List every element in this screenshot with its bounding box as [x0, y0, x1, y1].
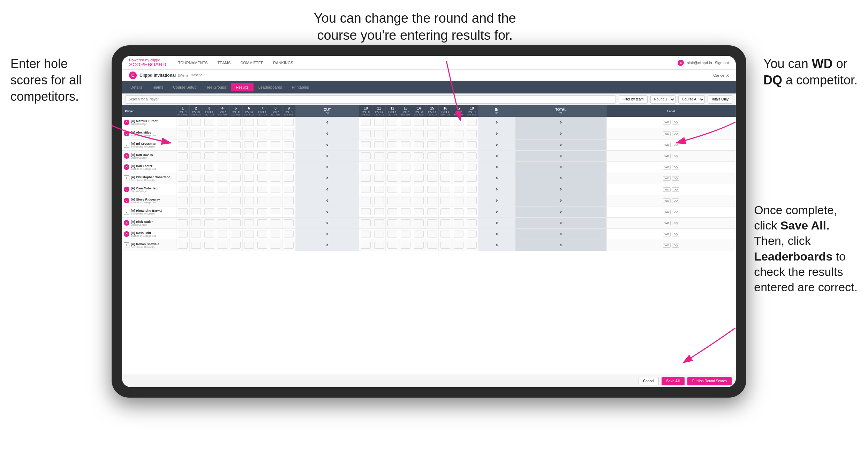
hole-score-input[interactable]	[204, 130, 214, 137]
hole-score-input[interactable]	[191, 130, 201, 137]
hole-score-input[interactable]	[204, 119, 214, 126]
hole-score-input[interactable]	[231, 175, 241, 182]
sign-out-link[interactable]: Sign out	[715, 61, 729, 65]
hole-score-input[interactable]	[257, 231, 267, 238]
wd-button[interactable]: WD	[663, 154, 670, 158]
hole-score-input[interactable]	[218, 219, 227, 226]
hole-score-input[interactable]	[178, 119, 188, 126]
hole-score-input[interactable]	[244, 231, 254, 238]
wd-button[interactable]: WD	[663, 221, 670, 225]
hole-score-input[interactable]	[467, 141, 477, 148]
hole-score-input[interactable]	[257, 197, 267, 204]
course-select[interactable]: Course A	[678, 95, 705, 104]
hole-score-input[interactable]	[204, 242, 214, 249]
hole-score-input[interactable]	[178, 186, 188, 193]
hole-score-input[interactable]	[244, 141, 254, 148]
nav-tournaments[interactable]: TOURNAMENTS	[177, 60, 209, 66]
hole-score-input[interactable]	[414, 186, 424, 193]
hole-score-input[interactable]	[374, 119, 384, 126]
hole-score-input[interactable]	[218, 141, 227, 148]
hole-score-input[interactable]	[231, 152, 241, 159]
hole-score-input[interactable]	[271, 130, 280, 137]
hole-score-input[interactable]	[454, 130, 463, 137]
hole-score-input[interactable]	[284, 141, 294, 148]
hole-score-input[interactable]	[284, 197, 294, 204]
hole-score-input[interactable]	[244, 197, 254, 204]
hole-score-input[interactable]	[427, 141, 437, 148]
hole-score-input[interactable]	[204, 197, 214, 204]
hole-score-input[interactable]	[257, 175, 267, 182]
hole-score-input[interactable]	[271, 231, 280, 238]
hole-score-input[interactable]	[178, 164, 188, 171]
hole-score-input[interactable]	[427, 231, 437, 238]
search-input[interactable]	[126, 95, 616, 104]
hole-score-input[interactable]	[271, 141, 280, 148]
hole-score-input[interactable]	[361, 119, 371, 126]
dq-button[interactable]: DQ	[672, 176, 679, 181]
nav-rankings[interactable]: RANKINGS	[272, 60, 294, 66]
hole-score-input[interactable]	[231, 119, 241, 126]
hole-score-input[interactable]	[467, 219, 477, 226]
hole-score-input[interactable]	[387, 119, 397, 126]
hole-score-input[interactable]	[387, 208, 397, 215]
tab-teams[interactable]: Teams	[147, 83, 168, 91]
hole-score-input[interactable]	[454, 175, 463, 182]
hole-score-input[interactable]	[271, 197, 280, 204]
hole-score-input[interactable]	[401, 130, 410, 137]
hole-score-input[interactable]	[374, 219, 384, 226]
hole-score-input[interactable]	[244, 219, 254, 226]
hole-score-input[interactable]	[374, 186, 384, 193]
hole-score-input[interactable]	[387, 197, 397, 204]
wd-button[interactable]: WD	[663, 232, 670, 236]
wd-button[interactable]: WD	[663, 143, 670, 147]
hole-score-input[interactable]	[231, 242, 241, 249]
dq-button[interactable]: DQ	[672, 131, 679, 136]
hole-score-input[interactable]	[178, 175, 188, 182]
hole-score-input[interactable]	[387, 141, 397, 148]
hole-score-input[interactable]	[178, 152, 188, 159]
hole-score-input[interactable]	[454, 164, 463, 171]
hole-score-input[interactable]	[361, 152, 371, 159]
hole-score-input[interactable]	[467, 242, 477, 249]
hole-score-input[interactable]	[204, 164, 214, 171]
hole-score-input[interactable]	[401, 119, 410, 126]
hole-score-input[interactable]	[361, 197, 371, 204]
hole-score-input[interactable]	[401, 208, 410, 215]
hole-score-input[interactable]	[387, 175, 397, 182]
hole-score-input[interactable]	[178, 208, 188, 215]
hole-score-input[interactable]	[454, 197, 463, 204]
hole-score-input[interactable]	[271, 164, 280, 171]
hole-score-input[interactable]	[374, 197, 384, 204]
hole-score-input[interactable]	[244, 186, 254, 193]
hole-score-input[interactable]	[191, 152, 201, 159]
hole-score-input[interactable]	[361, 164, 371, 171]
hole-score-input[interactable]	[284, 231, 294, 238]
hole-score-input[interactable]	[244, 164, 254, 171]
publish-button[interactable]: Publish Round Scores	[687, 377, 732, 385]
hole-score-input[interactable]	[204, 231, 214, 238]
hole-score-input[interactable]	[178, 130, 188, 137]
hole-score-input[interactable]	[204, 186, 214, 193]
hole-score-input[interactable]	[467, 197, 477, 204]
nav-committee[interactable]: COMMITTEE	[239, 60, 265, 66]
hole-score-input[interactable]	[387, 152, 397, 159]
hole-score-input[interactable]	[178, 141, 188, 148]
hole-score-input[interactable]	[454, 231, 463, 238]
hole-score-input[interactable]	[284, 164, 294, 171]
hole-score-input[interactable]	[414, 208, 424, 215]
hole-score-input[interactable]	[414, 231, 424, 238]
hole-score-input[interactable]	[257, 219, 267, 226]
hole-score-input[interactable]	[427, 186, 437, 193]
tab-results[interactable]: Results	[231, 83, 254, 91]
hole-score-input[interactable]	[427, 164, 437, 171]
hole-score-input[interactable]	[271, 219, 280, 226]
hole-score-input[interactable]	[387, 186, 397, 193]
hole-score-input[interactable]	[387, 219, 397, 226]
wd-button[interactable]: WD	[663, 131, 670, 136]
hole-score-input[interactable]	[454, 119, 463, 126]
hole-score-input[interactable]	[231, 208, 241, 215]
hole-score-input[interactable]	[231, 219, 241, 226]
hole-score-input[interactable]	[361, 175, 371, 182]
hole-score-input[interactable]	[271, 208, 280, 215]
dq-button[interactable]: DQ	[672, 243, 679, 248]
